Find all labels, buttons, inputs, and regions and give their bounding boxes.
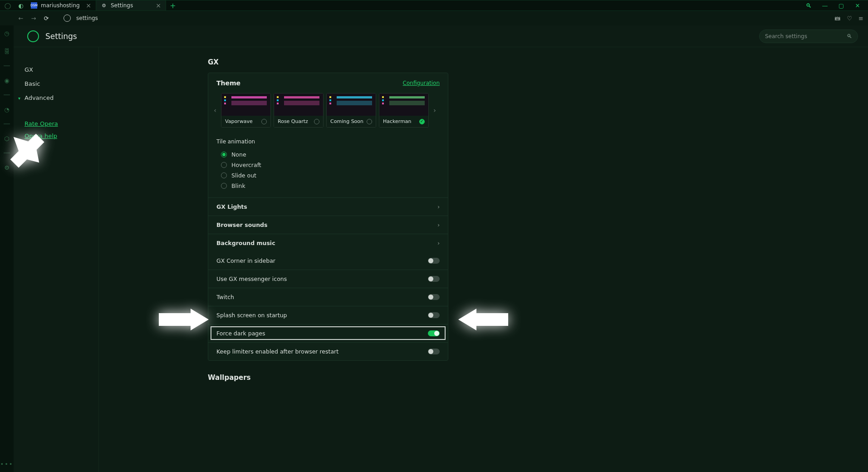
tile-anim-slide-out[interactable]: Slide out xyxy=(208,170,448,181)
close-icon[interactable]: × xyxy=(86,2,91,9)
nav-item-basic[interactable]: Basic xyxy=(25,77,98,91)
row-gx-corner-in-sidebar: GX Corner in sidebar xyxy=(208,252,448,270)
close-icon[interactable]: × xyxy=(156,2,161,9)
close-window-icon[interactable]: ✕ xyxy=(853,2,862,9)
nav-item-advanced[interactable]: Advanced xyxy=(25,91,98,105)
row-label: GX Lights xyxy=(216,203,247,210)
theme-radio[interactable] xyxy=(367,119,372,124)
row-twitch: Twitch xyxy=(208,288,448,306)
annotation-arrow-right xyxy=(458,309,508,330)
radio-label: Slide out xyxy=(231,172,256,179)
theme-radio[interactable] xyxy=(261,119,267,124)
site-identity-icon[interactable] xyxy=(64,15,71,22)
toggle-switch[interactable] xyxy=(428,330,440,336)
row-label: Browser sounds xyxy=(216,221,267,228)
sidebar-rail: ◷ 🗄︎ ◉ ◔ ⬡ ⚙ ••• xyxy=(0,25,14,472)
maximize-icon[interactable]: ▢ xyxy=(837,2,845,9)
menu-icon[interactable]: ≡ xyxy=(858,15,863,22)
chevron-right-icon: › xyxy=(437,204,440,210)
forward-button[interactable]: → xyxy=(30,15,37,22)
row-label: Keep limiters enabled after browser rest… xyxy=(216,348,338,355)
theme-rose-quartz[interactable]: Rose Quartz xyxy=(274,93,324,128)
divider xyxy=(4,94,10,95)
gx-corner-icon[interactable]: ◷ xyxy=(3,29,11,37)
heart-icon[interactable]: ♡ xyxy=(847,15,852,22)
toggle-switch[interactable] xyxy=(428,276,440,282)
page-title: Settings xyxy=(45,32,77,41)
back-button[interactable]: ← xyxy=(17,15,25,22)
radio-label: None xyxy=(231,151,246,158)
search-settings-input[interactable]: Search settings 🔍︎ xyxy=(759,30,858,43)
theme-hackerman[interactable]: Hackerman xyxy=(379,93,429,128)
new-tab-button[interactable]: + xyxy=(166,0,180,10)
toggle-switch[interactable] xyxy=(428,258,440,264)
history-icon[interactable]: ◔ xyxy=(3,105,11,113)
radio-icon xyxy=(221,172,227,178)
row-use-gx-messenger-icons: Use GX messenger icons xyxy=(208,270,448,288)
radio-icon xyxy=(221,162,227,168)
address-bar: ← → ⟳ settings 📷︎ ♡ ≡ xyxy=(0,11,868,25)
settings-nav: GX Basic Advanced Rate Opera Opera help xyxy=(14,47,99,472)
annotation-arrow-left xyxy=(159,309,209,330)
discord-icon[interactable]: ◐ xyxy=(15,0,26,10)
theme-vaporwave[interactable]: Vaporwave xyxy=(221,93,271,128)
opera-logo-icon xyxy=(27,30,39,42)
limiter-icon[interactable]: 🗄︎ xyxy=(3,47,11,55)
opera-menu-icon[interactable]: ◯ xyxy=(0,0,15,10)
svg-marker-0 xyxy=(8,132,44,168)
toggle-switch[interactable] xyxy=(428,294,440,300)
row-label: GX Corner in sidebar xyxy=(216,257,275,264)
row-background-music[interactable]: Background music› xyxy=(208,234,448,252)
row-label: Use GX messenger icons xyxy=(216,275,287,282)
theme-label: Theme xyxy=(216,79,240,87)
row-keep-limiters-enabled-after-browser-restart: Keep limiters enabled after browser rest… xyxy=(208,342,448,360)
favicon: DSM xyxy=(31,2,37,9)
row-gx-lights[interactable]: GX Lights› xyxy=(208,198,448,216)
tile-anim-blink[interactable]: Blink xyxy=(208,181,448,191)
nav-item-gx[interactable]: GX xyxy=(25,63,98,77)
play-icon[interactable]: ◉ xyxy=(3,76,11,84)
divider xyxy=(4,65,10,66)
window-controls: 🔍︎ — ▢ ✕ xyxy=(804,0,868,10)
theme-prev-button[interactable]: ‹ xyxy=(212,107,218,114)
tile-anim-hovercraft[interactable]: Hovercraft xyxy=(208,160,448,170)
tab-mariushosting[interactable]: DSM mariushosting × xyxy=(26,0,96,10)
toggle-switch[interactable] xyxy=(428,349,440,354)
row-label: Force dark pages xyxy=(216,330,265,337)
svg-marker-1 xyxy=(159,309,209,330)
url-text[interactable]: settings xyxy=(76,15,98,21)
radio-label: Blink xyxy=(231,182,245,189)
theme-coming-soon[interactable]: Coming Soon xyxy=(326,93,376,128)
link-configuration[interactable]: Configuration xyxy=(403,80,440,86)
divider xyxy=(4,123,10,124)
minimize-icon[interactable]: — xyxy=(821,2,829,9)
tab-title: Settings xyxy=(111,2,133,9)
tab-settings[interactable]: ⚙ Settings × xyxy=(96,0,166,10)
chevron-right-icon: › xyxy=(437,240,440,246)
tile-anim-none[interactable]: None xyxy=(208,149,448,160)
theme-name: Vaporwave xyxy=(225,118,253,124)
link-rate-opera[interactable]: Rate Opera xyxy=(25,118,98,130)
section-gx-title: GX xyxy=(208,58,868,66)
more-icon[interactable]: ••• xyxy=(0,461,13,467)
row-label: Splash screen on startup xyxy=(216,312,287,319)
gx-panel: Theme Configuration ‹ VaporwaveRose Quar… xyxy=(208,73,448,361)
tab-bar: ◯ ◐ DSM mariushosting × ⚙ Settings × + 🔍… xyxy=(0,0,868,11)
theme-radio[interactable] xyxy=(419,119,425,124)
row-label: Background music xyxy=(216,240,275,246)
radio-icon xyxy=(221,152,227,157)
radio-label: Hovercraft xyxy=(231,162,261,168)
search-placeholder: Search settings xyxy=(765,33,807,39)
reload-button[interactable]: ⟳ xyxy=(43,15,50,22)
chevron-right-icon: › xyxy=(437,222,440,228)
tab-title: mariushosting xyxy=(41,2,80,9)
search-icon[interactable]: 🔍︎ xyxy=(804,2,813,9)
theme-name: Hackerman xyxy=(383,118,412,124)
toggle-switch[interactable] xyxy=(428,312,440,318)
theme-radio[interactable] xyxy=(314,119,319,124)
row-browser-sounds[interactable]: Browser sounds› xyxy=(208,216,448,234)
tile-animation-label: Tile animation xyxy=(208,130,448,149)
settings-content: GX Theme Configuration ‹ VaporwaveRose Q… xyxy=(99,47,868,472)
theme-next-button[interactable]: › xyxy=(432,107,438,114)
screenshot-icon[interactable]: 📷︎ xyxy=(834,15,840,22)
